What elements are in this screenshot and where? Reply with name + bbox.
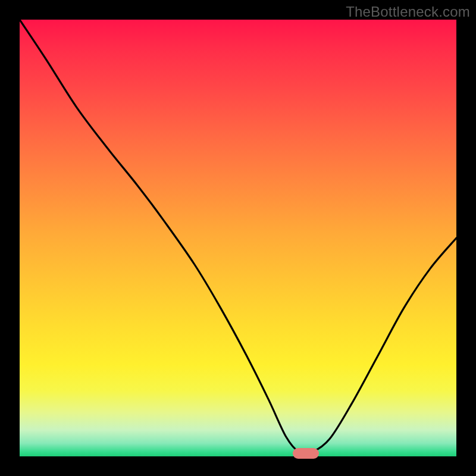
- optimal-marker: [293, 448, 319, 459]
- watermark-text: TheBottleneck.com: [346, 4, 470, 20]
- bottleneck-curve: [20, 20, 456, 456]
- plot-area: [20, 20, 456, 456]
- curve-path: [20, 20, 456, 454]
- chart-frame: TheBottleneck.com: [0, 0, 476, 476]
